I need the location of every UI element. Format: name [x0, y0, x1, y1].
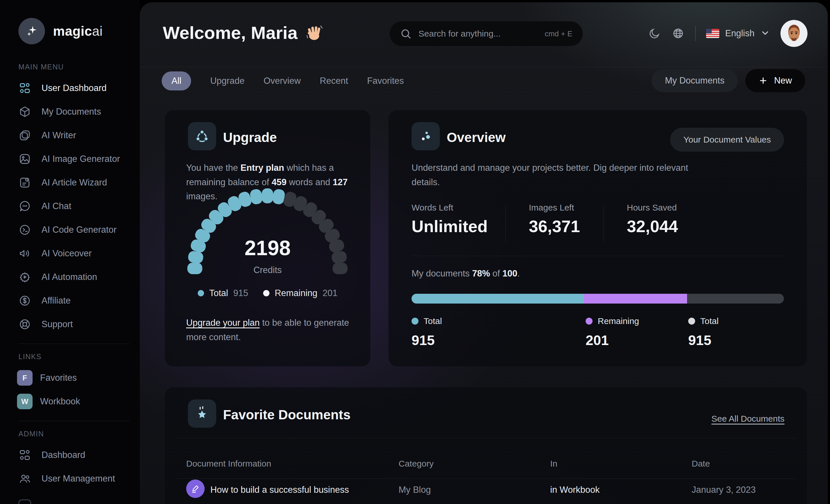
my-documents-button[interactable]: My Documents	[651, 69, 738, 92]
sidebar-item-ai-image-generator[interactable]: AI Image Generator	[19, 147, 129, 171]
topbar-controls: English	[648, 19, 807, 48]
tab-favorites[interactable]: Favorites	[367, 71, 404, 91]
legend-dot-total	[688, 318, 695, 325]
credits-value: 2198	[165, 236, 370, 260]
sidebar-item-ai-article-wizard[interactable]: AI Article Wizard	[19, 171, 129, 194]
sidebar-item-label: Favorites	[40, 373, 77, 383]
search-icon	[400, 28, 412, 39]
sidebar-item-support[interactable]: Support	[19, 312, 129, 336]
share-network-icon	[188, 122, 216, 150]
sidebar-item-label: User Dashboard	[41, 83, 107, 93]
legend-label: Total	[700, 316, 719, 326]
stat-value: 32,044	[627, 216, 678, 236]
dashboard-grid-icon	[19, 82, 31, 95]
sidebar-item-user-dashboard[interactable]: User Dashboard	[19, 76, 129, 100]
legend-dot-total	[412, 318, 418, 325]
stat-label: Words Left	[412, 203, 488, 212]
sidebar-item-admin-dashboard[interactable]: Dashboard	[19, 443, 129, 467]
section-label-links: LINKS	[19, 352, 129, 361]
stat-value: 36,371	[529, 216, 580, 236]
docs-text: of	[490, 268, 502, 278]
tab-all[interactable]: All	[162, 71, 191, 91]
favorites-badge: F	[17, 370, 33, 385]
tab-upgrade[interactable]: Upgrade	[210, 71, 245, 91]
lifebuoy-icon	[19, 318, 31, 331]
tab-recent[interactable]: Recent	[320, 71, 348, 91]
article-icon	[19, 176, 31, 189]
sidebar-item-affiliate[interactable]: Affiliate	[19, 289, 129, 312]
sidebar-item-workbook[interactable]: W Workbook	[19, 390, 129, 413]
sidebar-item-label: AI Automation	[41, 272, 97, 282]
bar-legend-total-2: Total 915	[688, 316, 719, 348]
legend-value: 201	[322, 288, 338, 298]
sidebar-item-ai-chat[interactable]: AI Chat	[19, 194, 129, 218]
overview-card: Overview Your Document Values Understand…	[388, 110, 807, 366]
legend-label: Total	[209, 288, 228, 298]
sidebar-item-label: Affiliate	[41, 296, 71, 306]
legend-value: 915	[233, 288, 248, 298]
topbar-divider	[140, 67, 828, 67]
language-label: English	[725, 28, 755, 39]
legend-label: Total	[424, 316, 442, 326]
sparkle-logo-icon	[19, 18, 45, 44]
chat-icon	[19, 200, 31, 212]
language-selector[interactable]: English	[706, 28, 770, 39]
user-avatar[interactable]	[780, 20, 807, 47]
column-header-in: In	[550, 459, 557, 469]
tab-overview[interactable]: Overview	[263, 71, 300, 91]
brand-light: ai	[92, 24, 103, 39]
upgrade-plan-link[interactable]: Upgrade your plan	[186, 318, 260, 328]
document-in: in Workbook	[550, 485, 600, 495]
star-sparkle-icon	[188, 399, 216, 428]
new-button[interactable]: New	[745, 69, 805, 92]
see-all-documents-link[interactable]: See All Documents	[711, 414, 785, 424]
your-document-values-button[interactable]: Your Document Values	[670, 128, 784, 152]
new-button-label: New	[774, 75, 792, 86]
waving-hand-icon	[305, 23, 324, 42]
search-input[interactable]	[418, 29, 538, 39]
sidebar-item-label: My Documents	[41, 107, 101, 117]
sidebar-item-label: AI Chat	[41, 201, 71, 211]
my-documents-progress-text: My documents 78% of 100.	[412, 268, 520, 279]
sidebar-item-ai-code-generator[interactable]: AI Code Generator	[19, 218, 129, 242]
sidebar-item-label: Dashboard	[41, 450, 85, 460]
stat-images-left: Images Left 36,371	[529, 203, 580, 236]
brand-logo[interactable]: magicai	[19, 17, 129, 45]
sidebar-item-ai-automation[interactable]: AI Automation	[19, 265, 129, 289]
dark-mode-moon-icon[interactable]	[648, 27, 661, 40]
credits-label: Credits	[165, 265, 370, 275]
sidebar-item-label: AI Writer	[41, 130, 76, 140]
document-pen-icon	[186, 479, 204, 498]
sidebar-item-user-management[interactable]: User Management	[19, 467, 129, 491]
legend-item-remaining: Remaining 201	[263, 288, 338, 298]
column-header-category: Category	[398, 459, 434, 469]
table-divider	[177, 478, 795, 479]
brand-bold: magic	[53, 24, 92, 39]
sidebar-item-my-documents[interactable]: My Documents	[19, 100, 129, 124]
voiceover-icon	[19, 247, 31, 260]
sidebar-item-label: AI Article Wizard	[41, 177, 107, 188]
cube-icon	[19, 105, 31, 118]
table-divider	[177, 438, 795, 438]
sidebar-item-ai-voiceover[interactable]: AI Voiceover	[19, 242, 129, 265]
document-date: January 3, 2023	[692, 485, 756, 495]
sidebar-item-label: AI Voiceover	[41, 248, 92, 259]
topbar-separator	[695, 26, 696, 41]
stat-divider	[506, 205, 506, 242]
sidebar-item-favorites[interactable]: F Favorites	[19, 366, 129, 390]
main-panel: Welcome, Maria cmd + E English All Upgra…	[140, 2, 828, 504]
docs-text: My documents	[412, 268, 472, 278]
sidebar-item-ai-writer[interactable]: AI Writer	[19, 124, 129, 147]
code-icon	[19, 224, 31, 236]
gauge-dot	[262, 188, 273, 203]
us-flag-icon	[706, 29, 719, 38]
globe-icon[interactable]	[671, 27, 685, 40]
document-title: How to build a successful business	[211, 485, 349, 495]
legend-dot-remaining	[263, 290, 269, 296]
overview-card-title: Overview	[447, 130, 506, 145]
dashboard-grid-icon	[19, 449, 31, 461]
docs-percent: 78%	[472, 268, 490, 278]
dollar-icon	[19, 294, 31, 307]
search-bar: cmd + E	[390, 21, 583, 46]
bar-legend-total: Total 915	[412, 316, 442, 348]
